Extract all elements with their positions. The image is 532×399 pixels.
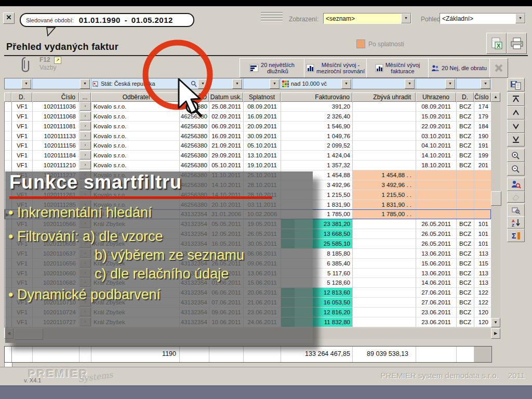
cell-d: VF1 <box>12 122 33 131</box>
filter-cell-cislo[interactable]: ▼ <box>33 78 91 89</box>
monthly-invoicing-button[interactable]: Měsíční vývojfakturace <box>366 58 429 78</box>
zoom-out-button[interactable] <box>507 162 525 176</box>
cell-uhrazeno: 14.10.2011 <box>416 151 457 161</box>
printer-icon <box>510 37 524 50</box>
table-row[interactable]: VF11020111156›Kovalo s.r.o.4625638021.09… <box>5 141 491 151</box>
cell-datum: 16.09.2011 <box>209 131 244 141</box>
zoom-in-button[interactable] <box>507 149 525 162</box>
sum-button[interactable]: Σ <box>507 229 525 242</box>
row-detail-button[interactable]: › <box>79 151 91 159</box>
column-header[interactable]: Uhrazeno <box>416 92 456 102</box>
cell-d2 <box>457 200 474 210</box>
column-header[interactable]: Datum usk. <box>209 92 243 102</box>
row-detail-button[interactable]: › <box>79 161 91 169</box>
column-header[interactable]: Číslo <box>474 92 491 102</box>
column-header[interactable]: Splatnost <box>243 92 281 102</box>
go-prev-button[interactable] <box>507 106 525 119</box>
row-selector-cell <box>5 102 12 112</box>
row-detail-button[interactable]: › <box>79 112 91 121</box>
filter-cell-splatnost[interactable]: ▼ <box>244 78 281 89</box>
row-detail-cell: › <box>79 112 91 122</box>
table-row[interactable]: VF11020111184›Kovalo s.r.o.4625638029.09… <box>5 151 491 161</box>
row-detail-button[interactable]: › <box>79 102 91 111</box>
top-debtors-button[interactable]: 20 největšíchdlužníků <box>240 58 304 78</box>
filter-cell-doklad[interactable]: ▼ <box>5 78 33 89</box>
chevron-down-icon[interactable]: ▼ <box>401 14 411 23</box>
scroll-right-icon[interactable]: ▶ <box>491 328 500 339</box>
column-header[interactable]: IČO <box>179 92 209 102</box>
chevron-down-icon[interactable]: ▼ <box>405 79 415 89</box>
print-button[interactable] <box>507 33 527 54</box>
cell-datum: 02.09.2011 <box>209 112 244 122</box>
totals-cell <box>416 347 457 362</box>
chevron-down-icon[interactable]: ▼ <box>21 79 31 89</box>
chevron-down-icon[interactable]: ▼ <box>232 79 242 89</box>
zobrazeni-select[interactable]: <seznam> ▼ <box>323 13 411 24</box>
row-detail-button[interactable]: › <box>79 122 91 130</box>
column-header[interactable]: Číslo <box>32 92 79 102</box>
table-row[interactable]: VF11020111036›Kovalo s.r.o.4625638025.08… <box>5 102 491 112</box>
close-button[interactable]: ✕ <box>3 12 15 24</box>
sort-az-button[interactable]: AZ <box>507 216 525 229</box>
column-header[interactable] <box>4 92 11 102</box>
table-row[interactable]: VF11020111133›Kovalo s.r.o.4625638016.09… <box>5 131 491 141</box>
go-last-button[interactable] <box>507 133 525 147</box>
export-save-button[interactable] <box>507 78 525 91</box>
splitter-grip[interactable] <box>261 12 283 22</box>
row-selector-cell <box>5 112 12 122</box>
chevron-down-icon[interactable]: ▼ <box>481 79 490 89</box>
cell-ico: 46256380 <box>180 122 209 131</box>
filter-tools-button[interactable] <box>507 204 525 217</box>
scroll-down-icon[interactable]: ▼ <box>491 318 500 327</box>
table-row[interactable]: VF11020111081›Kovalo s.r.o.4625638006.09… <box>5 122 491 131</box>
cell-uhrazeno: 04.10.2011 <box>416 141 457 151</box>
chevron-down-icon[interactable]: ▼ <box>80 79 90 89</box>
cell-cislo2: 113 <box>474 249 491 259</box>
chevron-down-icon[interactable]: ▼ <box>198 79 208 89</box>
top-turnover-button[interactable]: 20 Nej, dle obratu <box>428 58 490 78</box>
save-export-icon <box>510 79 522 90</box>
row-detail-button[interactable]: › <box>79 141 91 150</box>
filter-cell-datum[interactable]: ▼ <box>209 78 244 89</box>
cell-ico: 46256380 <box>180 131 209 141</box>
chevron-down-icon[interactable]: ▼ <box>445 79 455 89</box>
row-detail-button[interactable]: › <box>79 131 91 140</box>
column-header[interactable]: Zbývá uhradit <box>352 92 416 102</box>
clear-filter-button[interactable] <box>489 58 508 78</box>
excel-icon: X <box>490 37 503 50</box>
go-next-button[interactable] <box>507 119 525 133</box>
monthly-trend-yoy-button[interactable]: Měsíční vývoj -meziroční srovnání <box>304 58 367 78</box>
chevron-down-icon[interactable]: ▼ <box>515 14 525 23</box>
table-row[interactable]: VF11020111068›Kovalo s.r.o.4625638002.09… <box>5 112 491 122</box>
cell-d2: BCZ <box>457 249 474 259</box>
filter-cell-fakturovano[interactable]: nad 10.000 vč ▼ <box>281 78 353 89</box>
eraser-button[interactable] <box>507 191 525 203</box>
cell-cislo2 <box>474 200 491 210</box>
pohled-select[interactable]: <Základní> ▼ <box>440 13 526 24</box>
chevron-down-icon[interactable]: ▼ <box>270 79 280 89</box>
filter-cell-uhrazeno[interactable]: ▼ <box>416 78 457 89</box>
hbar-chart-icon <box>249 64 259 72</box>
cell-d: VF1 <box>12 161 33 170</box>
filter-cell-odberatel[interactable]: Stát: Česká republika ▼ <box>91 78 209 89</box>
column-header[interactable]: Odběratel <box>91 92 179 102</box>
vertical-scrollbar[interactable] <box>491 92 500 327</box>
cell-zbyva <box>353 151 416 161</box>
column-header[interactable]: Fakturováno <box>281 92 352 102</box>
filter-cell-zbyva[interactable]: ▼ <box>353 78 416 89</box>
filter-cell-doklad2[interactable]: ▼ <box>457 78 491 89</box>
chevron-down-icon[interactable]: ▼ <box>341 79 351 89</box>
excel-export-button[interactable]: X <box>486 33 507 54</box>
column-header[interactable]: D. <box>456 92 474 102</box>
table-row[interactable]: VF11020111210›Kovalo s.r.o.4625638005.10… <box>5 161 491 170</box>
cell-d2: BCZ <box>457 288 474 298</box>
find-partner-button[interactable] <box>507 178 525 191</box>
column-header[interactable]: ... <box>79 92 91 102</box>
column-header[interactable]: D. <box>11 92 32 102</box>
go-first-button[interactable] <box>507 92 525 106</box>
scroll-up-icon[interactable]: ▲ <box>491 92 500 102</box>
overlay-bullet: b) výběrem ze seznamu <box>95 247 244 263</box>
period-from: 01.01.1990 <box>79 16 121 24</box>
link-icon[interactable]: ↗ <box>54 57 61 64</box>
vertical-scroll-thumb[interactable] <box>491 191 501 206</box>
